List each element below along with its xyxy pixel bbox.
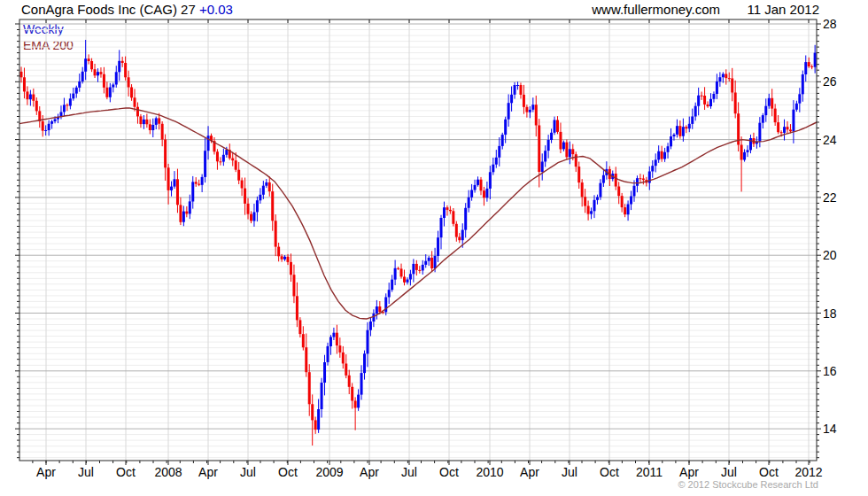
y-axis-label: 28	[823, 17, 837, 31]
candle-body	[691, 117, 694, 124]
candle	[802, 71, 804, 102]
candle	[394, 260, 397, 286]
candle	[198, 180, 200, 186]
candle-body	[657, 151, 660, 160]
candle-body	[510, 95, 513, 104]
candle-body	[155, 118, 158, 125]
candle-body	[743, 152, 746, 160]
candle	[252, 204, 255, 227]
candle-body	[167, 167, 170, 190]
candle	[391, 275, 393, 291]
candle	[287, 254, 290, 265]
candle-body	[508, 103, 510, 120]
candle	[688, 117, 691, 133]
candle-body	[492, 165, 494, 173]
candle	[523, 85, 525, 114]
candle-body	[323, 362, 326, 383]
candle	[351, 383, 353, 408]
candle-body	[298, 320, 301, 334]
candle-body	[317, 409, 320, 430]
candle-body	[124, 63, 127, 77]
candle-body	[725, 74, 727, 79]
candle-body	[151, 125, 154, 130]
candle	[35, 97, 38, 115]
candle	[237, 162, 240, 184]
candle-body	[281, 256, 283, 260]
candle-body	[501, 135, 504, 146]
candle	[195, 177, 198, 187]
candle	[216, 149, 219, 169]
candle-body	[97, 72, 99, 75]
candle	[296, 283, 298, 327]
candle-body	[112, 85, 114, 88]
candle	[23, 68, 26, 99]
candle	[749, 135, 752, 153]
candle-body	[728, 78, 731, 79]
candle-body	[174, 179, 176, 186]
candle-body	[734, 93, 737, 114]
candle	[554, 117, 556, 136]
candle-body	[378, 306, 381, 312]
candle-body	[590, 211, 593, 213]
candle-body	[305, 347, 307, 372]
candle-body	[283, 257, 286, 260]
candle-body	[615, 174, 617, 187]
axis-ticks	[15, 19, 821, 465]
candle-body	[670, 136, 672, 146]
candle-body	[547, 140, 550, 151]
candle	[565, 140, 568, 160]
candle	[155, 117, 158, 130]
candle-body	[682, 127, 685, 136]
candle-body	[244, 189, 246, 204]
candle	[747, 145, 749, 157]
candle-body	[354, 401, 357, 408]
candle	[354, 397, 357, 430]
candle	[164, 135, 167, 181]
candle-body	[161, 124, 164, 140]
candle-body	[627, 205, 630, 215]
candle-body	[771, 98, 773, 109]
candle-body	[798, 94, 801, 103]
candle-body	[688, 124, 691, 128]
candle	[758, 117, 761, 147]
candle-body	[599, 183, 601, 198]
candle-body	[345, 364, 347, 376]
candle-body	[541, 162, 544, 173]
candle-body	[32, 95, 35, 101]
candle-body	[676, 126, 678, 135]
candle	[655, 153, 657, 172]
candle-body	[388, 290, 391, 297]
candle	[771, 89, 773, 116]
candle	[256, 197, 259, 221]
x-axis-label: Apr	[520, 465, 539, 479]
candle-body	[265, 182, 267, 186]
candle-body	[195, 182, 198, 183]
candle	[474, 180, 477, 193]
candle-body	[348, 376, 351, 387]
x-axis-label: Jul	[78, 465, 94, 479]
candle-body	[758, 123, 761, 142]
candle	[247, 198, 250, 220]
candle	[777, 115, 779, 134]
candle	[84, 40, 87, 80]
candle-body	[535, 105, 538, 125]
candle-body	[182, 212, 185, 222]
y-axis-label: 16	[823, 364, 837, 378]
candle	[510, 87, 513, 112]
candle-body	[105, 88, 108, 97]
candle-body	[575, 154, 577, 167]
candle	[259, 188, 261, 204]
x-axis-label: Apr	[679, 465, 699, 479]
candle-body	[477, 180, 479, 185]
candle	[323, 355, 326, 396]
candle	[145, 113, 148, 128]
candle-body	[495, 158, 498, 165]
candle	[443, 202, 446, 227]
candle-body	[701, 96, 703, 97]
candle-body	[422, 265, 424, 271]
copyright-notice: © 2012 Stockcube Research Ltd	[678, 479, 818, 490]
candle	[176, 169, 179, 213]
candle-body	[740, 145, 743, 160]
candle-body	[694, 106, 697, 117]
candle-body	[44, 130, 47, 131]
